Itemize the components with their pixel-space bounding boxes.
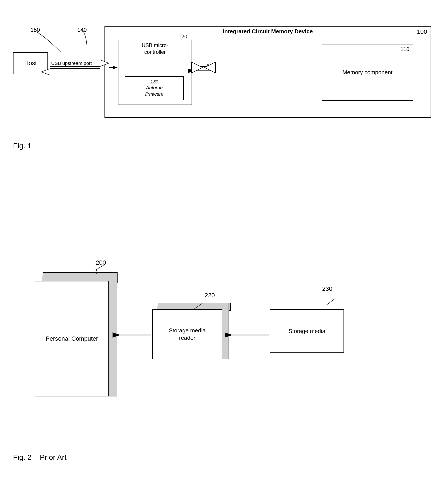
smr-label: Storage mediareader xyxy=(169,327,206,342)
autorun-box: 130 Autorunfirmware xyxy=(125,76,184,100)
mem-ref: 110 xyxy=(400,46,409,52)
autorun-ref: 130 xyxy=(150,79,158,85)
sm-ref: 230 xyxy=(322,285,332,292)
svg-text:USB upstream port: USB upstream port xyxy=(51,61,92,66)
ic-ref: 100 xyxy=(417,28,427,35)
ref-150: 150 xyxy=(30,26,40,33)
pc-label: Personal Computer xyxy=(46,335,98,342)
sm-box: Storage media xyxy=(270,309,344,353)
host-label: Host xyxy=(24,60,37,67)
smr-box-front: Storage mediareader xyxy=(152,309,222,359)
usb-mc-ref: 120 xyxy=(179,34,187,40)
svg-marker-4 xyxy=(50,60,109,66)
fig2-diagram: Personal Computer 200 Storage mediareade… xyxy=(13,229,435,477)
pc-ref: 200 xyxy=(96,259,106,266)
fig2-caption: Fig. 2 – Prior Art xyxy=(13,453,67,462)
fig1-caption: Fig. 1 xyxy=(13,142,32,150)
sm-label: Storage media xyxy=(289,328,325,334)
ic-memory-device-box: Integrated Circuit Memory Device 100 120… xyxy=(105,26,431,118)
ic-memory-device-label: Integrated Circuit Memory Device xyxy=(220,28,315,35)
usb-mc-label: USB micro-controller xyxy=(118,40,192,55)
smr-box-wrapper: Storage mediareader 220 xyxy=(152,303,235,364)
memory-component-box: 110 Memory component xyxy=(322,44,413,101)
mem-label: Memory component xyxy=(342,69,392,76)
pc-box-front: Personal Computer xyxy=(35,281,109,396)
fig1-diagram: Integrated Circuit Memory Device 100 120… xyxy=(13,13,435,135)
svg-marker-5 xyxy=(41,69,100,75)
ref-140: 140 xyxy=(77,26,87,33)
autorun-label: Autorunfirmware xyxy=(145,85,163,97)
svg-line-15 xyxy=(327,298,335,305)
usb-mc-box: 120 USB micro-controller 130 Autorunfirm… xyxy=(118,40,192,105)
pc-box-wrapper: Personal Computer 200 xyxy=(35,272,118,399)
smr-ref: 220 xyxy=(205,292,215,299)
host-box: Host xyxy=(13,52,48,74)
